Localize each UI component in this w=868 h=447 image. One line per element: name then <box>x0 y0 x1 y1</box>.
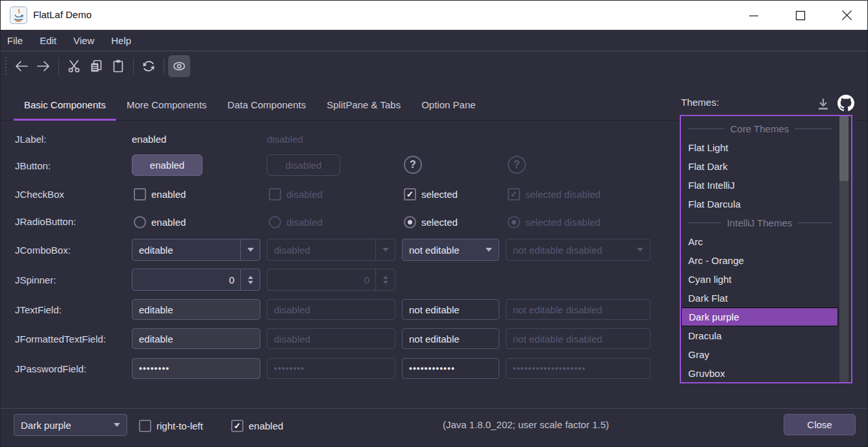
chevron-down-icon[interactable] <box>240 239 260 260</box>
menubar: File Edit View Help <box>1 30 867 51</box>
theme-item-flat-intellij[interactable]: Flat IntelliJ <box>681 176 838 195</box>
arrow-left-icon <box>14 59 29 73</box>
lookandfeel-combobox[interactable]: Dark purple <box>14 414 127 436</box>
checkbox-selected[interactable]: ✓selected <box>404 187 458 201</box>
theme-item-dracula[interactable]: Dracula <box>681 326 838 345</box>
close-window-button[interactable] <box>832 1 862 30</box>
tab-more-components[interactable]: More Components <box>116 90 217 120</box>
tab-option-pane[interactable]: Option Pane <box>411 90 486 120</box>
theme-item-flat-darcula[interactable]: Flat Darcula <box>681 195 838 213</box>
checkbox-checked-icon: ✓ <box>404 188 416 200</box>
theme-item-cyan-light[interactable]: Cyan light <box>681 270 838 289</box>
refresh-icon <box>142 59 156 73</box>
jlabel-enabled: enabled <box>132 134 166 145</box>
window-title: FlatLaf Demo <box>33 9 92 20</box>
disabled-button: disabled <box>267 154 340 176</box>
radio-icon <box>269 216 281 228</box>
status-text: (Java 1.8.0_202; user scale factor 1.5) <box>443 419 609 430</box>
checkbox-checked-icon: ✓ <box>508 188 520 200</box>
theme-item-arc[interactable]: Arc <box>681 232 838 251</box>
show-hidden-toggle-button[interactable] <box>168 55 190 77</box>
help-button-disabled: ? <box>508 156 526 174</box>
formatted-textfield-not-editable-disabled: not editable disabled <box>506 328 651 349</box>
textfield-editable[interactable]: editable <box>132 299 260 320</box>
themes-separator: Core Themes <box>681 119 838 138</box>
maximize-button[interactable] <box>786 1 815 30</box>
back-button[interactable] <box>10 55 32 77</box>
paste-button[interactable] <box>107 55 129 77</box>
checkbox-disabled: disabled <box>269 187 323 201</box>
enabled-button[interactable]: enabled <box>132 154 203 176</box>
toolbar-separator <box>58 58 59 75</box>
copy-icon <box>89 59 103 73</box>
combobox-not-editable[interactable]: not editable <box>402 239 499 261</box>
flatlaf-demo-window: FlatLaf Demo File Edit View Help <box>0 0 868 447</box>
titlebar[interactable]: FlatLaf Demo <box>1 1 867 30</box>
formatted-textfield-disabled: disabled <box>267 328 395 349</box>
radio-selected[interactable]: selected <box>404 215 458 229</box>
menu-edit[interactable]: Edit <box>31 30 65 51</box>
enabled-checkbox[interactable]: ✓enabled <box>231 418 283 433</box>
help-button[interactable]: ? <box>404 156 422 174</box>
jcheckbox-row-label: JCheckBox <box>15 189 64 200</box>
github-link-button[interactable] <box>837 94 855 112</box>
refresh-button[interactable] <box>138 55 160 77</box>
tab-data-components[interactable]: Data Components <box>217 90 316 120</box>
eye-icon <box>172 59 186 73</box>
forward-button[interactable] <box>32 55 55 77</box>
java-logo-icon <box>10 6 27 24</box>
close-button[interactable]: Close <box>784 414 856 435</box>
formatted-textfield-editable[interactable]: editable <box>132 328 260 349</box>
toolbar-grip[interactable] <box>5 57 6 75</box>
menu-file[interactable]: File <box>1 30 31 51</box>
checkbox-icon <box>134 188 146 200</box>
chevron-down-icon[interactable] <box>479 239 499 260</box>
theme-item-dark-purple[interactable]: Dark purple <box>681 308 838 326</box>
theme-item-flat-dark[interactable]: Flat Dark <box>681 157 838 176</box>
checkbox-icon <box>139 420 151 432</box>
clipboard-icon <box>111 59 125 73</box>
jbutton-row-label: JButton: <box>15 160 51 171</box>
combobox-not-editable-disabled: not editable disabled <box>506 239 651 261</box>
themes-scrollbar-track[interactable] <box>839 116 849 382</box>
theme-item-gray[interactable]: Gray <box>681 345 838 364</box>
tab-splitpane-tabs[interactable]: SplitPane & Tabs <box>316 90 411 120</box>
jspinner-row-label: JSpinner: <box>15 274 56 285</box>
download-themes-button[interactable] <box>814 95 832 112</box>
spinner-enabled[interactable]: 0 <box>132 269 260 291</box>
jlabel-row-label: JLabel: <box>15 134 46 145</box>
checkbox-enabled[interactable]: enabled <box>134 187 186 201</box>
password-field-not-editable-disabled: ••••••••••••••••••• <box>506 358 651 379</box>
spinner-arrows-icon <box>375 269 395 290</box>
theme-item-dark-flat[interactable]: Dark Flat <box>681 289 838 308</box>
radio-enabled[interactable]: enabled <box>134 215 186 229</box>
minimize-button[interactable] <box>739 1 769 30</box>
spinner-disabled: 0 <box>267 269 395 291</box>
password-field-editable[interactable]: •••••••• <box>132 358 260 379</box>
menu-view[interactable]: View <box>65 30 103 51</box>
theme-item-flat-light[interactable]: Flat Light <box>681 138 838 157</box>
tab-basic-components[interactable]: Basic Components <box>14 90 116 120</box>
download-icon <box>816 97 830 111</box>
menu-help[interactable]: Help <box>103 30 140 51</box>
theme-item-gruvbox[interactable]: Gruvbox <box>681 364 838 383</box>
chevron-down-icon[interactable] <box>107 415 127 435</box>
combobox-editable[interactable]: editable <box>132 239 260 261</box>
themes-separator: IntelliJ Themes <box>681 213 838 232</box>
formatted-textfield-not-editable: not editable <box>402 328 499 349</box>
arrow-right-icon <box>36 59 51 73</box>
themes-scrollbar-thumb[interactable] <box>839 116 849 181</box>
radio-selected-icon <box>404 216 416 228</box>
scissors-icon <box>67 59 81 73</box>
textfield-not-editable-disabled: not editable disabled <box>506 299 651 320</box>
theme-item-arc-orange[interactable]: Arc - Orange <box>681 251 838 270</box>
spinner-arrows-icon[interactable] <box>240 269 260 290</box>
password-field-not-editable: •••••••••••• <box>402 358 499 379</box>
copy-button[interactable] <box>85 55 107 77</box>
radio-disabled: disabled <box>269 215 323 229</box>
radio-selected-icon <box>508 216 520 228</box>
jlabel-disabled: disabled <box>267 134 303 145</box>
right-to-left-checkbox[interactable]: right-to-left <box>139 418 203 433</box>
combobox-disabled: disabled <box>267 239 395 261</box>
cut-button[interactable] <box>63 55 85 77</box>
